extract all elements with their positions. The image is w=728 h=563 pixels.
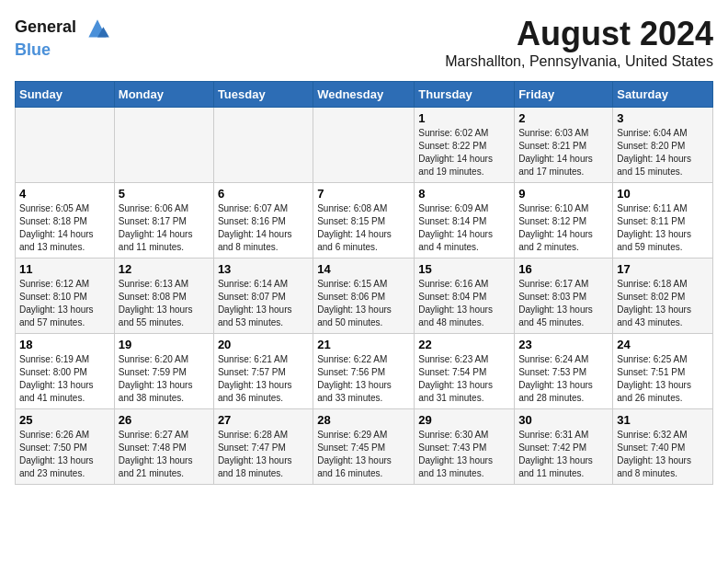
day-number: 9 [518, 187, 609, 201]
day-info: Sunrise: 6:13 AM Sunset: 8:08 PM Dayligh… [119, 278, 210, 329]
calendar-cell: 8Sunrise: 6:09 AM Sunset: 8:14 PM Daylig… [415, 183, 515, 259]
calendar-cell: 13Sunrise: 6:14 AM Sunset: 8:07 PM Dayli… [213, 259, 313, 334]
calendar-cell: 19Sunrise: 6:20 AM Sunset: 7:59 PM Dayli… [114, 334, 213, 409]
day-number: 31 [617, 413, 709, 427]
day-number: 18 [19, 338, 110, 351]
day-number: 7 [317, 187, 410, 201]
header: General Blue August 2024 Marshallton, Pe… [15, 15, 713, 70]
calendar-week-1: 1Sunrise: 6:02 AM Sunset: 8:22 PM Daylig… [16, 108, 713, 183]
calendar-cell: 4Sunrise: 6:05 AM Sunset: 8:18 PM Daylig… [16, 183, 115, 259]
calendar-cell: 25Sunrise: 6:26 AM Sunset: 7:50 PM Dayli… [16, 409, 115, 485]
day-number: 20 [218, 338, 309, 351]
day-info: Sunrise: 6:07 AM Sunset: 8:16 PM Dayligh… [218, 202, 309, 254]
title-section: August 2024 Marshallton, Pennsylvania, U… [445, 15, 713, 70]
day-info: Sunrise: 6:18 AM Sunset: 8:02 PM Dayligh… [617, 278, 709, 329]
day-number: 24 [617, 338, 709, 351]
day-number: 4 [19, 187, 110, 201]
calendar-cell [16, 108, 115, 183]
day-number: 23 [518, 338, 609, 351]
day-info: Sunrise: 6:16 AM Sunset: 8:04 PM Dayligh… [418, 278, 510, 329]
day-info: Sunrise: 6:19 AM Sunset: 8:00 PM Dayligh… [19, 353, 110, 405]
day-number: 22 [418, 338, 510, 351]
calendar-cell: 30Sunrise: 6:31 AM Sunset: 7:42 PM Dayli… [515, 409, 613, 485]
calendar-cell: 10Sunrise: 6:11 AM Sunset: 8:11 PM Dayli… [613, 183, 713, 259]
day-info: Sunrise: 6:05 AM Sunset: 8:18 PM Dayligh… [19, 202, 110, 254]
day-info: Sunrise: 6:31 AM Sunset: 7:42 PM Dayligh… [518, 429, 609, 480]
day-number: 2 [518, 111, 609, 125]
day-number: 15 [418, 262, 510, 276]
header-day-sunday: Sunday [16, 82, 115, 108]
day-info: Sunrise: 6:25 AM Sunset: 7:51 PM Dayligh… [617, 353, 709, 405]
calendar-week-5: 25Sunrise: 6:26 AM Sunset: 7:50 PM Dayli… [16, 409, 713, 485]
day-number: 30 [518, 413, 609, 427]
header-day-saturday: Saturday [613, 82, 713, 108]
logo-icon [83, 15, 112, 40]
calendar-cell: 28Sunrise: 6:29 AM Sunset: 7:45 PM Dayli… [313, 409, 415, 485]
day-number: 10 [617, 187, 709, 201]
calendar-cell: 14Sunrise: 6:15 AM Sunset: 8:06 PM Dayli… [313, 259, 415, 334]
calendar-cell: 17Sunrise: 6:18 AM Sunset: 8:02 PM Dayli… [613, 259, 713, 334]
calendar-cell: 27Sunrise: 6:28 AM Sunset: 7:47 PM Dayli… [213, 409, 313, 485]
day-info: Sunrise: 6:12 AM Sunset: 8:10 PM Dayligh… [19, 278, 110, 329]
calendar-cell: 7Sunrise: 6:08 AM Sunset: 8:15 PM Daylig… [313, 183, 415, 259]
day-info: Sunrise: 6:04 AM Sunset: 8:20 PM Dayligh… [617, 127, 709, 178]
day-number: 13 [218, 262, 309, 276]
day-number: 27 [218, 413, 309, 427]
calendar-week-2: 4Sunrise: 6:05 AM Sunset: 8:18 PM Daylig… [16, 183, 713, 259]
day-info: Sunrise: 6:29 AM Sunset: 7:45 PM Dayligh… [317, 429, 410, 480]
calendar-cell: 3Sunrise: 6:04 AM Sunset: 8:20 PM Daylig… [613, 108, 713, 183]
calendar-week-3: 11Sunrise: 6:12 AM Sunset: 8:10 PM Dayli… [16, 259, 713, 334]
day-number: 25 [19, 413, 110, 427]
day-info: Sunrise: 6:26 AM Sunset: 7:50 PM Dayligh… [19, 429, 110, 480]
day-info: Sunrise: 6:28 AM Sunset: 7:47 PM Dayligh… [218, 429, 309, 480]
day-info: Sunrise: 6:09 AM Sunset: 8:14 PM Dayligh… [418, 202, 510, 254]
header-day-wednesday: Wednesday [313, 82, 415, 108]
calendar-cell: 2Sunrise: 6:03 AM Sunset: 8:21 PM Daylig… [515, 108, 613, 183]
calendar-cell: 22Sunrise: 6:23 AM Sunset: 7:54 PM Dayli… [415, 334, 515, 409]
calendar-cell [213, 108, 313, 183]
day-info: Sunrise: 6:23 AM Sunset: 7:54 PM Dayligh… [418, 353, 510, 405]
day-info: Sunrise: 6:24 AM Sunset: 7:53 PM Dayligh… [518, 353, 609, 405]
day-number: 16 [518, 262, 609, 276]
calendar-title: August 2024 [445, 15, 713, 53]
calendar-cell: 23Sunrise: 6:24 AM Sunset: 7:53 PM Dayli… [515, 334, 613, 409]
day-number: 26 [119, 413, 210, 427]
day-number: 5 [119, 187, 210, 201]
day-number: 11 [19, 262, 110, 276]
day-number: 1 [418, 111, 510, 125]
logo-text-blue: Blue [15, 40, 112, 60]
day-info: Sunrise: 6:27 AM Sunset: 7:48 PM Dayligh… [119, 429, 210, 480]
day-info: Sunrise: 6:32 AM Sunset: 7:40 PM Dayligh… [617, 429, 709, 480]
day-info: Sunrise: 6:11 AM Sunset: 8:11 PM Dayligh… [617, 202, 709, 254]
day-number: 29 [418, 413, 510, 427]
calendar-cell: 1Sunrise: 6:02 AM Sunset: 8:22 PM Daylig… [415, 108, 515, 183]
calendar-header: SundayMondayTuesdayWednesdayThursdayFrid… [16, 82, 713, 108]
day-info: Sunrise: 6:06 AM Sunset: 8:17 PM Dayligh… [119, 202, 210, 254]
logo: General Blue [15, 15, 112, 60]
calendar-cell [114, 108, 213, 183]
day-number: 6 [218, 187, 309, 201]
day-number: 3 [617, 111, 709, 125]
day-number: 19 [119, 338, 210, 351]
calendar-cell: 31Sunrise: 6:32 AM Sunset: 7:40 PM Dayli… [613, 409, 713, 485]
calendar-cell: 16Sunrise: 6:17 AM Sunset: 8:03 PM Dayli… [515, 259, 613, 334]
day-info: Sunrise: 6:22 AM Sunset: 7:56 PM Dayligh… [317, 353, 410, 405]
calendar-table: SundayMondayTuesdayWednesdayThursdayFrid… [15, 81, 713, 485]
calendar-body: 1Sunrise: 6:02 AM Sunset: 8:22 PM Daylig… [16, 108, 713, 485]
day-info: Sunrise: 6:20 AM Sunset: 7:59 PM Dayligh… [119, 353, 210, 405]
calendar-cell: 20Sunrise: 6:21 AM Sunset: 7:57 PM Dayli… [213, 334, 313, 409]
calendar-cell: 12Sunrise: 6:13 AM Sunset: 8:08 PM Dayli… [114, 259, 213, 334]
day-info: Sunrise: 6:14 AM Sunset: 8:07 PM Dayligh… [218, 278, 309, 329]
calendar-cell: 24Sunrise: 6:25 AM Sunset: 7:51 PM Dayli… [613, 334, 713, 409]
day-number: 21 [317, 338, 410, 351]
header-day-tuesday: Tuesday [213, 82, 313, 108]
day-number: 14 [317, 262, 410, 276]
calendar-subtitle: Marshallton, Pennsylvania, United States [445, 53, 713, 70]
calendar-cell: 15Sunrise: 6:16 AM Sunset: 8:04 PM Dayli… [415, 259, 515, 334]
calendar-cell: 5Sunrise: 6:06 AM Sunset: 8:17 PM Daylig… [114, 183, 213, 259]
header-day-monday: Monday [114, 82, 213, 108]
day-info: Sunrise: 6:03 AM Sunset: 8:21 PM Dayligh… [518, 127, 609, 178]
calendar-cell: 11Sunrise: 6:12 AM Sunset: 8:10 PM Dayli… [16, 259, 115, 334]
header-day-friday: Friday [515, 82, 613, 108]
calendar-cell: 29Sunrise: 6:30 AM Sunset: 7:43 PM Dayli… [415, 409, 515, 485]
